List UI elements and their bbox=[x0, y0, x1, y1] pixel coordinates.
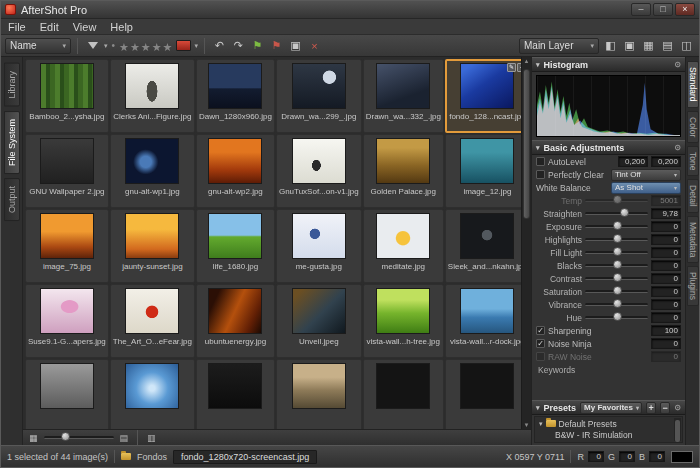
slider-handle[interactable] bbox=[613, 299, 622, 308]
slider-handle[interactable] bbox=[613, 312, 622, 321]
slideshow-icon[interactable]: ▣ bbox=[287, 37, 304, 54]
current-folder[interactable]: Fondos bbox=[137, 452, 167, 462]
slider-value[interactable]: 0 bbox=[651, 221, 681, 232]
slider-track[interactable] bbox=[585, 212, 648, 215]
vertical-scrollbar[interactable]: ▲ ▼ bbox=[521, 57, 531, 429]
slider-track[interactable] bbox=[585, 251, 648, 254]
slider-handle[interactable] bbox=[613, 247, 622, 256]
minimize-button[interactable]: – bbox=[631, 3, 651, 16]
thumbnail[interactable]: Dawn_1280x960.jpg bbox=[196, 59, 275, 133]
panel-tab-standard[interactable]: Standard bbox=[687, 61, 699, 108]
noise-ninja-checkbox[interactable]: ✓ bbox=[536, 339, 545, 348]
thumbnail[interactable]: gnu-alt-wp1.jpg bbox=[110, 134, 195, 208]
filter-icon[interactable] bbox=[84, 37, 101, 54]
slider-handle[interactable] bbox=[613, 286, 622, 295]
filmstrip-icon[interactable]: ▥ bbox=[147, 433, 156, 443]
multi-view-icon[interactable]: ▦ bbox=[640, 37, 657, 54]
preset-item-b-w-simple[interactable]: B&W - Simple bbox=[537, 440, 672, 443]
thumbnail[interactable]: Golden Palace.jpg bbox=[363, 134, 444, 208]
slider-track[interactable] bbox=[585, 264, 648, 267]
preset-item-default-presets[interactable]: ▾Default Presets bbox=[537, 418, 672, 429]
thumbnail[interactable]: vista-wall...r-dock.jpg bbox=[445, 284, 521, 358]
slider-value[interactable]: 0 bbox=[651, 234, 681, 245]
raw-noise-checkbox[interactable] bbox=[536, 352, 545, 361]
slider-value[interactable]: 0 bbox=[651, 312, 681, 323]
thumbnail[interactable]: GnuTuxSof...on-v1.jpg bbox=[276, 134, 362, 208]
grid-small-icon[interactable]: ▦ bbox=[29, 433, 38, 443]
autolevel-low-value[interactable]: 0,200 bbox=[618, 156, 648, 167]
grid-large-icon[interactable]: ▤ bbox=[120, 433, 129, 443]
panel-tab-detail[interactable]: Detail bbox=[687, 179, 699, 213]
browse-view-icon[interactable]: ◫ bbox=[678, 37, 695, 54]
toggle-value[interactable]: 0 bbox=[651, 351, 681, 362]
thumbnail-size-slider[interactable] bbox=[44, 436, 114, 439]
slider-value[interactable]: 0 bbox=[651, 260, 681, 271]
panel-tab-plugins[interactable]: Plugins bbox=[687, 266, 699, 306]
star-icon[interactable]: ★ bbox=[163, 41, 174, 53]
thumbnail[interactable] bbox=[445, 359, 521, 429]
star-icon[interactable]: ★ bbox=[130, 41, 141, 53]
menu-help[interactable]: Help bbox=[103, 21, 140, 33]
slider-track[interactable] bbox=[585, 303, 648, 306]
delete-icon[interactable]: × bbox=[306, 37, 323, 54]
slider-value[interactable]: 0 bbox=[651, 299, 681, 310]
maximize-button[interactable]: □ bbox=[653, 3, 673, 16]
menu-file[interactable]: File bbox=[1, 21, 33, 33]
slider-handle[interactable] bbox=[613, 221, 622, 230]
pin-icon[interactable]: ⊙ bbox=[674, 403, 681, 412]
thumbnail[interactable]: gnu-alt-wp2.jpg bbox=[196, 134, 275, 208]
scroll-down-icon[interactable]: ▼ bbox=[522, 422, 531, 428]
pin-icon[interactable]: ⊙ bbox=[674, 60, 681, 69]
thumbnail[interactable]: me-gusta.jpg bbox=[276, 209, 362, 283]
filter-dropdown-icon[interactable]: ▾ bbox=[104, 42, 108, 50]
sidebar-tab-library[interactable]: Library bbox=[4, 63, 20, 107]
thumbnail[interactable] bbox=[25, 359, 109, 429]
thumbnail[interactable]: The_Art_O...eFear.jpg bbox=[110, 284, 195, 358]
collapse-icon[interactable]: ▾ bbox=[536, 144, 540, 152]
thumbnail[interactable]: Bamboo_2...ysha.jpg bbox=[25, 59, 109, 133]
scrollbar-thumb[interactable] bbox=[523, 69, 530, 219]
sharpening-checkbox[interactable]: ✓ bbox=[536, 326, 545, 335]
thumbnail[interactable] bbox=[363, 359, 444, 429]
thumbnail[interactable]: ✎+fondo_128...ncast.jpg bbox=[445, 59, 521, 133]
presets-scrollbar[interactable] bbox=[674, 418, 681, 441]
thumbnail[interactable]: ubuntuenergy.jpg bbox=[196, 284, 275, 358]
rotate-right-icon[interactable]: ↷ bbox=[230, 37, 247, 54]
no-rating-icon[interactable]: • bbox=[111, 40, 117, 51]
thumbnail[interactable]: jaunty-sunset.jpg bbox=[110, 209, 195, 283]
thumbnail[interactable]: Drawn_wa...299_.jpg bbox=[276, 59, 362, 133]
flag-reject-icon[interactable]: ⚑ bbox=[268, 37, 285, 54]
toggle-value[interactable]: 0 bbox=[651, 338, 681, 349]
thumbnail[interactable]: Suse9.1-G...apers.jpg bbox=[25, 284, 109, 358]
thumbnail[interactable]: Unveil.jpeg bbox=[276, 284, 362, 358]
thumbnail[interactable] bbox=[276, 359, 362, 429]
panel-tab-color[interactable]: Color bbox=[687, 111, 699, 143]
collapse-icon[interactable]: ▾ bbox=[536, 61, 540, 69]
slider-value[interactable]: 0 bbox=[651, 247, 681, 258]
thumbnail[interactable]: meditate.jpg bbox=[363, 209, 444, 283]
sidebar-tab-file-system[interactable]: File System bbox=[4, 111, 20, 174]
slider-track[interactable] bbox=[585, 238, 648, 241]
expand-icon[interactable]: ▾ bbox=[539, 420, 543, 428]
panel-tab-tone[interactable]: Tone bbox=[687, 146, 699, 176]
slider-handle[interactable] bbox=[620, 208, 629, 217]
slider-handle[interactable] bbox=[613, 273, 622, 282]
star-icon[interactable]: ★ bbox=[152, 41, 163, 53]
remove-preset-button[interactable]: − bbox=[660, 402, 670, 414]
slider-handle[interactable] bbox=[613, 260, 622, 269]
thumbnail[interactable]: image_12.jpg bbox=[445, 134, 521, 208]
thumbnail[interactable]: Drawn_wa...332_.jpg bbox=[363, 59, 444, 133]
color-label-swatch[interactable] bbox=[176, 40, 191, 51]
perfectly-clear-checkbox[interactable] bbox=[536, 170, 545, 179]
sort-dropdown[interactable]: Name ▾ bbox=[5, 38, 71, 54]
layers-icon[interactable]: ◧ bbox=[602, 37, 619, 54]
slider-track[interactable] bbox=[585, 225, 648, 228]
tint-dropdown[interactable]: Tint Off ▾ bbox=[611, 169, 681, 181]
slider-value[interactable]: 5001 bbox=[651, 195, 681, 206]
thumbnail[interactable]: Sleek_and...nkahn.jpg bbox=[445, 209, 521, 283]
scrollbar-thumb[interactable] bbox=[675, 420, 680, 442]
slider-handle[interactable] bbox=[61, 432, 70, 441]
thumbnail[interactable] bbox=[110, 359, 195, 429]
presets-header[interactable]: ▾ Presets My Favorites ▾ + − ⊙ bbox=[532, 400, 685, 415]
basic-adjustments-header[interactable]: ▾ Basic Adjustments ⊙ bbox=[532, 140, 685, 155]
